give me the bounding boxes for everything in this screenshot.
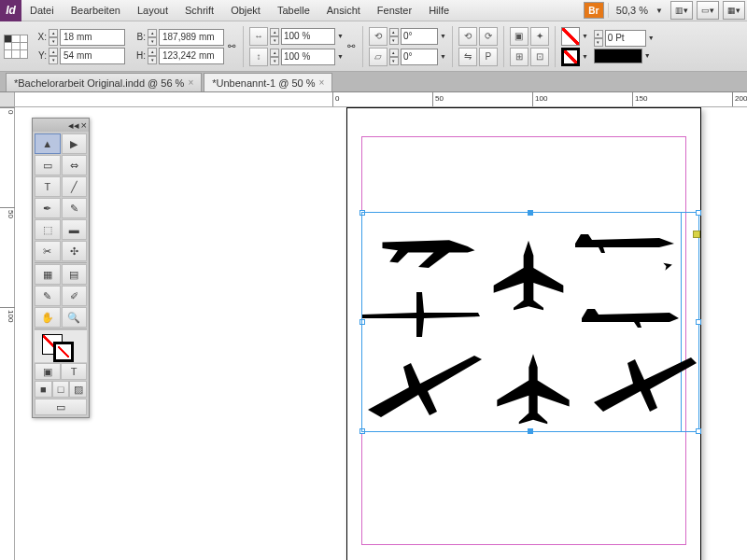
menu-bearbeiten[interactable]: Bearbeiten xyxy=(63,1,129,20)
stroke-color[interactable] xyxy=(53,342,74,362)
scissors-tool[interactable]: ✂ xyxy=(35,241,61,261)
y-spinner[interactable]: ▴▾ xyxy=(49,48,58,64)
x-spinner[interactable]: ▴▾ xyxy=(49,29,58,46)
stroke-weight-input[interactable] xyxy=(605,30,646,47)
flip-v-icon[interactable]: P xyxy=(479,48,498,66)
selection-tool[interactable]: ▲ xyxy=(35,133,61,154)
zoom-level[interactable]: 50,3 % xyxy=(608,3,655,18)
screen-mode-icon[interactable]: ▭▾ xyxy=(697,1,719,20)
airplane-silhouette[interactable] xyxy=(362,350,484,425)
ruler-tick: 0 xyxy=(332,92,339,107)
h-spinner[interactable]: ▴▾ xyxy=(148,48,157,64)
apply-gradient-button[interactable]: □ xyxy=(52,381,70,398)
stroke-style[interactable] xyxy=(594,49,642,63)
menu-hilfe[interactable]: Hilfe xyxy=(420,1,458,20)
apply-none-button[interactable]: ▨ xyxy=(69,381,87,398)
x-input[interactable] xyxy=(60,29,125,46)
gap-tool[interactable]: ⇔ xyxy=(62,155,88,175)
close-icon[interactable]: × xyxy=(81,119,87,131)
tools-panel[interactable]: ◂◂× ▲ ▶ ▭ ⇔ T ╱ ✒ ✎ ⬚ ▬ ✂ ✣ ▦ ▤ ✎ ✐ ✋ 🔍 … xyxy=(32,118,90,418)
reference-point[interactable] xyxy=(4,35,28,59)
rotate-ccw-icon[interactable]: ⟲ xyxy=(458,27,477,46)
collapse-icon[interactable]: ◂◂ xyxy=(68,119,79,132)
zoom-tool[interactable]: 🔍 xyxy=(62,307,88,328)
document-tabs: *Bachelorarbeit Original.indd @ 56 %× *U… xyxy=(0,72,747,92)
page-tool[interactable]: ▭ xyxy=(35,155,61,175)
select-content-icon[interactable]: ✦ xyxy=(530,27,549,46)
apply-color-button[interactable]: ■ xyxy=(35,381,52,398)
menu-layout[interactable]: Layout xyxy=(129,1,176,20)
arrange-icon[interactable]: ▦▾ xyxy=(723,1,745,20)
fill-swatch[interactable] xyxy=(561,27,580,46)
view-options-icon[interactable]: ▥▾ xyxy=(670,1,693,20)
link-scale-icon[interactable]: ⚯ xyxy=(347,41,355,51)
menu-fenster[interactable]: Fenster xyxy=(369,1,420,20)
y-input[interactable] xyxy=(60,48,125,64)
link-wh-icon[interactable]: ⚯ xyxy=(228,41,235,51)
view-mode-button[interactable]: ▭ xyxy=(35,399,87,415)
airplane-silhouette[interactable] xyxy=(360,287,482,343)
airplane-silhouette[interactable] xyxy=(578,301,681,331)
rectangle-tool[interactable]: ▬ xyxy=(62,219,88,240)
fit-frame-icon[interactable]: ⊡ xyxy=(530,48,549,66)
shear-spinner[interactable]: ▴▾ xyxy=(389,49,399,65)
airplane-silhouette[interactable] xyxy=(566,225,678,259)
menu-ansicht[interactable]: Ansicht xyxy=(318,1,369,20)
fit-content-icon[interactable]: ⊞ xyxy=(510,48,529,66)
vertical-ruler[interactable]: 0 50 100 xyxy=(0,107,15,560)
h-input[interactable] xyxy=(159,48,224,64)
stroke-swatch-ctrl[interactable] xyxy=(561,48,580,66)
tools-header[interactable]: ◂◂× xyxy=(33,119,89,132)
airplane-silhouette[interactable] xyxy=(590,348,698,423)
pencil-tool[interactable]: ✎ xyxy=(62,198,88,218)
rot-spinner[interactable]: ▴▾ xyxy=(389,28,399,45)
ruler-tick: 50 xyxy=(0,207,15,218)
strokew-spinner[interactable]: ▴▾ xyxy=(594,30,603,47)
note-tool[interactable]: ✎ xyxy=(35,286,61,306)
gradient-feather-tool[interactable]: ▤ xyxy=(62,264,88,285)
scale-x-input[interactable] xyxy=(281,28,335,45)
hand-tool[interactable]: ✋ xyxy=(35,307,61,328)
line-tool[interactable]: ╱ xyxy=(62,176,88,197)
tab-bachelorarbeit[interactable]: *Bachelorarbeit Original.indd @ 56 %× xyxy=(6,73,202,91)
rectangle-frame-tool[interactable]: ⬚ xyxy=(35,219,61,240)
pen-tool[interactable]: ✒ xyxy=(35,198,61,218)
select-container-icon[interactable]: ▣ xyxy=(510,27,529,46)
scale-y-input[interactable] xyxy=(281,49,335,65)
canvas[interactable]: ➤ xyxy=(15,107,747,560)
scalex-spinner[interactable]: ▴▾ xyxy=(270,28,279,45)
menu-tabelle[interactable]: Tabelle xyxy=(269,1,318,20)
free-transform-tool[interactable]: ✣ xyxy=(62,241,88,261)
w-spinner[interactable]: ▴▾ xyxy=(148,29,157,46)
tab-unbenannt[interactable]: *Unbenannt-1 @ 50 %× xyxy=(204,73,332,91)
menu-objekt[interactable]: Objekt xyxy=(222,1,269,20)
menu-datei[interactable]: Datei xyxy=(21,1,63,20)
horizontal-ruler[interactable]: 0 50 100 150 200 xyxy=(15,92,747,107)
airplane-silhouette[interactable] xyxy=(491,352,575,428)
type-tool[interactable]: T xyxy=(35,176,61,197)
eyedropper-tool[interactable]: ✐ xyxy=(62,286,88,306)
close-icon[interactable]: × xyxy=(188,77,193,88)
ruler-tick: 0 xyxy=(0,107,15,114)
scaley-spinner[interactable]: ▴▾ xyxy=(270,49,279,65)
fill-stroke-swatch[interactable] xyxy=(35,330,87,362)
direct-selection-tool[interactable]: ▶ xyxy=(62,133,88,154)
menu-schrift[interactable]: Schrift xyxy=(176,1,222,20)
live-corner-widget[interactable] xyxy=(693,231,700,238)
rotate-input[interactable] xyxy=(401,28,438,45)
scale-x-icon: ↔ xyxy=(249,27,268,46)
shear-input[interactable] xyxy=(401,49,438,65)
close-icon[interactable]: × xyxy=(318,77,324,88)
airplane-silhouette[interactable] xyxy=(377,219,480,275)
rotate-cw-icon[interactable]: ⟳ xyxy=(479,27,498,46)
ruler-origin[interactable] xyxy=(0,92,15,107)
formatting-text-button[interactable]: T xyxy=(61,363,87,380)
flip-h-icon[interactable]: ⇋ xyxy=(458,48,477,66)
y-label: Y: xyxy=(34,50,47,61)
formatting-container-button[interactable]: ▣ xyxy=(35,363,61,380)
bridge-button[interactable]: Br xyxy=(584,2,604,19)
w-input[interactable] xyxy=(159,29,224,46)
airplane-silhouette[interactable] xyxy=(491,238,566,313)
rotate-icon: ⟲ xyxy=(369,27,388,46)
gradient-swatch-tool[interactable]: ▦ xyxy=(35,264,61,285)
